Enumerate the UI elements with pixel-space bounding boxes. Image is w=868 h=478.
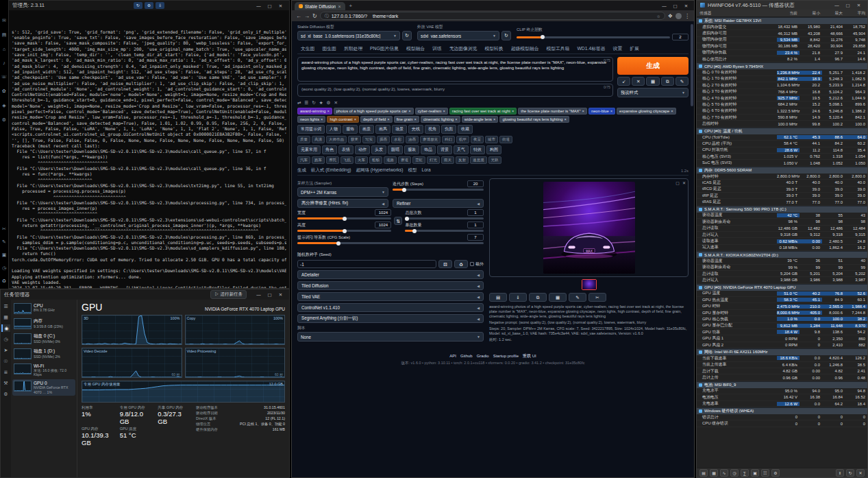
- slider-handle[interactable]: [541, 35, 545, 39]
- refresh-models-button[interactable]: ↻: [402, 31, 412, 40]
- chip-remove-icon[interactable]: ×: [354, 117, 356, 121]
- sensor-row[interactable]: 总计写入9,318 GB9,3129,3189,315: [697, 232, 867, 238]
- bookmark-star-icon[interactable]: ☆: [656, 14, 660, 19]
- category-tab[interactable]: 服装: [404, 145, 419, 154]
- webui-tab[interactable]: PNG图片信息: [367, 44, 402, 53]
- subcategory-tab[interactable]: 跑车: [312, 156, 325, 164]
- site-info-icon[interactable]: ⓘ: [325, 13, 329, 19]
- subcategory-tab[interactable]: 火车: [355, 156, 368, 164]
- cfg-value[interactable]: 7: [467, 234, 484, 241]
- hires-fix-accordion[interactable]: 高分辨率修复 (Hires. fix) ◀: [297, 199, 388, 208]
- prompt-chip[interactable]: wide-angle lens ×: [462, 116, 499, 123]
- toolbar-icon[interactable]: ✕: [856, 469, 865, 477]
- task-manager-titlebar[interactable]: 任务管理器 ▷ 运行新任务 — ▢ ✕: [1, 289, 289, 300]
- refiner-accordion[interactable]: Refiner ◀: [393, 199, 484, 208]
- prompt-chip[interactable]: photos of a high speed purple sports car…: [334, 108, 414, 115]
- prompt-chip[interactable]: depth of field ×: [360, 116, 393, 123]
- performance-sidebar-item[interactable]: 磁盘 1 (D:)SSD (NVMe) 2%: [12, 347, 75, 361]
- dock-tool-icon[interactable]: ✎: [2, 239, 6, 245]
- sensor-row[interactable]: 虚拟内存可用46,312 MB43,20848,66645,904: [697, 30, 867, 36]
- performance-sidebar-item[interactable]: CPU8% 3.78 GHz: [12, 302, 75, 315]
- apply-styles-button[interactable]: ⧉: [661, 77, 674, 86]
- category-tab[interactable]: 构图: [486, 145, 501, 154]
- refresh-vae-button[interactable]: ↻: [501, 31, 511, 40]
- sensor-row[interactable]: GPU 风扇 20 RPM02,410882: [697, 342, 867, 348]
- sensor-row[interactable]: 总计写入3,988 GB3,9863,9883,987: [697, 277, 867, 283]
- webui-tab[interactable]: WD1.4标签器: [573, 44, 608, 53]
- performance-sidebar-item[interactable]: Wi-Fi发送: 16.0 接收: 72.0 Kbps: [12, 362, 75, 378]
- extension-accordion[interactable]: Tiled VAE ◀: [297, 292, 484, 301]
- sensor-row[interactable]: 物理内存负载23.4 %21.827.924.1: [697, 50, 867, 56]
- sensor-row[interactable]: 总计读取12,486 GB12,48212,48612,484: [697, 226, 867, 232]
- profile-avatar[interactable]: [675, 13, 682, 19]
- sensor-row[interactable]: GPU 功率18.4 W9.8138.654.2: [697, 329, 867, 335]
- batch-count-slider[interactable]: [405, 217, 484, 219]
- prompt-chip[interactable]: fine grain ×: [394, 116, 419, 123]
- back-button[interactable]: ←: [296, 13, 301, 19]
- gear-icon[interactable]: ⚙: [327, 100, 331, 106]
- sensor-row[interactable]: 虚拟内存提交18,432 MB15,98021,40418,752: [697, 24, 867, 30]
- toolbar-icon[interactable]: ∿: [720, 469, 728, 477]
- close-button[interactable]: ✕: [854, 1, 864, 9]
- category-tab[interactable]: 背景: [437, 145, 452, 154]
- launcher-button[interactable]: ↻: [134, 2, 142, 9]
- dock-app-icon[interactable]: ⚙: [2, 117, 6, 123]
- subcategory-tab[interactable]: 飞机: [340, 156, 354, 164]
- sensor-row[interactable]: CPU 晶粒 (平均)58.4 °C44.184.260.2: [697, 141, 867, 147]
- sensor-row[interactable]: GPU 核心负载1.0 %0.0100.038.2: [697, 316, 867, 322]
- footer-link[interactable]: Github: [460, 354, 473, 358]
- dock-app-icon[interactable]: ◈: [2, 103, 5, 108]
- vae-dropdown[interactable]: sdxl_vae.safetensors ▼: [417, 31, 499, 40]
- webui-tab[interactable]: 超级模型融合: [508, 44, 543, 53]
- nav-rail-icon[interactable]: ☰: [1, 302, 10, 310]
- height-value[interactable]: 1024: [375, 222, 391, 228]
- sensor-row[interactable]: 核心 0 T0 有效时钟1,236.8 MHz22.45,251.71,418.…: [697, 69, 867, 75]
- subcategory-tab[interactable]: 霓虹: [412, 156, 425, 164]
- sensor-row[interactable]: 驱动器温度39 °C365140: [697, 258, 867, 264]
- sensor-row[interactable]: 物理内存使用9,534 MB8,84211,2769,748: [697, 37, 867, 43]
- dock-tool-icon[interactable]: ✂: [2, 226, 6, 232]
- generated-image[interactable]: MAX: [543, 182, 635, 274]
- category-tab[interactable]: 画质: [359, 125, 374, 134]
- nav-rail-icon[interactable]: ◉: [1, 324, 10, 332]
- open-folder-button[interactable]: ▤: [489, 293, 507, 302]
- slider-handle[interactable]: [412, 229, 417, 233]
- gallery-thumbnail[interactable]: [582, 279, 597, 290]
- subcategory-tab[interactable]: 科幻: [442, 136, 455, 143]
- sensor-row[interactable]: 核心 6 T0 有效时钟1,322.5 MHz24.65,246.81,386.…: [697, 108, 867, 115]
- sensor-group-header[interactable]: Windows 硬件错误 (WHEA): [697, 407, 867, 414]
- extension-accordion[interactable]: Tiled Diffusion ◀: [297, 281, 484, 290]
- dock-app-icon[interactable]: ♪: [3, 60, 5, 65]
- subcategory-tab[interactable]: 夜景: [471, 136, 484, 143]
- category-tab[interactable]: 常用提示词: [297, 125, 325, 134]
- chip-remove-icon[interactable]: ×: [327, 109, 329, 113]
- run-new-task-button[interactable]: ▷ 运行新任务: [210, 290, 247, 299]
- toolbar-icon[interactable]: ◷: [730, 469, 739, 477]
- gpu-video-decode-chart[interactable]: Video Decode 60 秒: [82, 348, 182, 378]
- prompt-chip[interactable]: high contrast ×: [327, 116, 359, 123]
- sensor-row[interactable]: 物理内存可用30,186 MB28,42030,90429,858: [697, 43, 867, 49]
- sensor-row[interactable]: GPU 风扇 10 RPM02,350860: [697, 335, 867, 342]
- send-to-img2img-button[interactable]: ▦: [549, 293, 567, 302]
- maximize-button[interactable]: ▢: [670, 2, 680, 10]
- sensor-group-header[interactable]: CPU [#0]: 温度 / 功耗: [697, 128, 867, 134]
- seed-input[interactable]: -1: [297, 260, 436, 268]
- prompt-textarea[interactable]: award-winning photos of a high speed pur…: [297, 57, 613, 82]
- send-to-inpaint-button[interactable]: ✎: [569, 293, 586, 302]
- sensor-group-header[interactable]: 系统: MSI Raider GE78HX 13VI: [697, 17, 867, 24]
- favorite-icon[interactable]: ★: [319, 100, 323, 106]
- sensor-row[interactable]: 核心 4 T0 有效时钟925.7 MHz19.55,212.61,044.9: [697, 95, 867, 101]
- nav-rail-icon[interactable]: ☉: [1, 357, 10, 365]
- width-value[interactable]: 1024: [375, 209, 391, 216]
- sensor-row[interactable]: 核心 2 T0 有效时钟1,104.6 MHz20.25,233.91,214.…: [697, 82, 867, 88]
- webui-tab[interactable]: 图生图: [319, 44, 339, 53]
- launcher-button[interactable]: ⇩: [156, 2, 164, 9]
- close-button[interactable]: ✕: [275, 2, 286, 10]
- dock-app-icon[interactable]: ☏: [1, 74, 8, 80]
- random-seed-button[interactable]: ⚄: [438, 260, 452, 268]
- refresh-icon[interactable]: ↻: [312, 100, 315, 106]
- chip-remove-icon[interactable]: ×: [408, 109, 410, 113]
- sensor-row[interactable]: 写入速率0.18 MB/s0.001,862.416.2: [697, 245, 867, 251]
- sensor-row[interactable]: CPU 缓存错误0000: [697, 420, 867, 427]
- category-tab[interactable]: 画风: [375, 125, 390, 134]
